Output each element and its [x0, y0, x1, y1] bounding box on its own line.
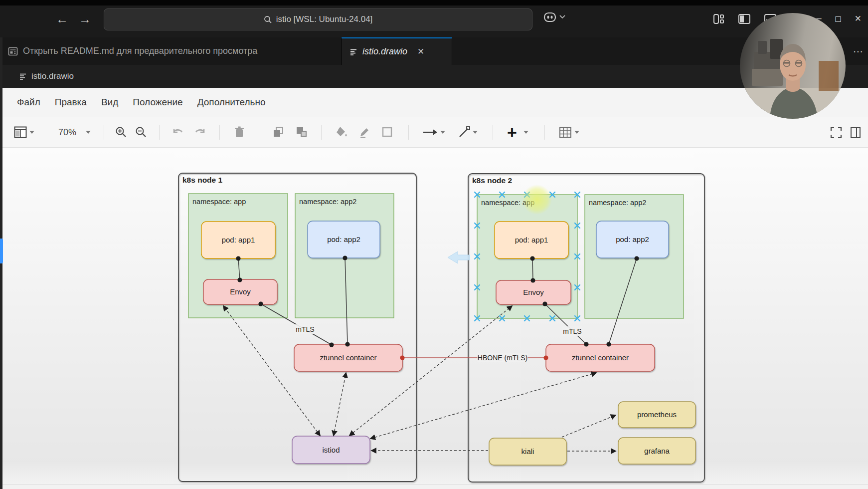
nudge-left-arrow-icon — [448, 251, 470, 263]
undo-icon — [172, 127, 184, 137]
menu-arrange[interactable]: Положение — [133, 97, 182, 108]
search-icon — [264, 15, 272, 24]
grid-icon — [559, 126, 572, 138]
edge-endpoint-dot — [329, 342, 334, 347]
fill-color-icon — [336, 126, 348, 138]
redo-icon — [193, 127, 206, 137]
drawio-canvas[interactable]: k8s node 1k8s node 2namespace: appnamesp… — [0, 148, 868, 489]
customize-layout-icon[interactable] — [713, 14, 724, 24]
caret-down-icon — [86, 131, 91, 134]
format-panel-toggle-icon[interactable] — [850, 127, 861, 139]
close-button[interactable]: ✕ — [848, 13, 868, 24]
view-tool-button[interactable] — [14, 126, 34, 138]
istiod-label: istiod — [322, 446, 340, 454]
to-front-icon — [272, 126, 284, 138]
forward-arrow-icon[interactable]: → — [79, 12, 91, 26]
copilot-menu[interactable] — [543, 11, 565, 23]
kiali-label: kiali — [521, 447, 534, 456]
namespace-app2-node2-label: namespace: app2 — [589, 199, 646, 207]
diagram-svg[interactable]: k8s node 1k8s node 2namespace: appnamesp… — [0, 148, 868, 489]
page-view-icon — [14, 126, 27, 138]
breadcrumb[interactable]: istio.drawio — [0, 65, 868, 88]
caret-down-icon — [523, 131, 528, 134]
active-indicator-bar — [0, 239, 3, 263]
drawio-toolbar: 70% — [2, 117, 868, 148]
presenter-highlight — [522, 185, 552, 215]
insert-button[interactable]: + — [507, 131, 528, 134]
connection-button[interactable] — [423, 129, 445, 136]
edge-endpoint-dot — [343, 255, 347, 260]
chevron-down-icon — [559, 15, 565, 19]
tab-istio-drawio[interactable]: istio.drawio ✕ — [342, 37, 452, 65]
delete-button[interactable] — [234, 126, 245, 138]
ztunnel-node1-label: ztunnel container — [320, 353, 376, 362]
edge-endpoint-dot — [634, 256, 639, 260]
fullscreen-icon[interactable] — [830, 127, 842, 139]
webcam-overlay — [740, 13, 846, 119]
edge-pod1-envoy-n2[interactable] — [532, 258, 533, 280]
command-center-search[interactable]: istio [WSL: Ubuntu-24.04] — [104, 8, 532, 30]
prometheus-label: prometheus — [637, 410, 677, 419]
drawio-menu-bar: Файл Правка Вид Положение Дополнительно — [2, 88, 868, 117]
zoom-in-button[interactable] — [115, 126, 127, 138]
table-button[interactable] — [559, 126, 579, 138]
edge-endpoint-dot — [606, 342, 611, 346]
redo-button[interactable] — [193, 127, 206, 137]
to-back-icon — [295, 126, 307, 138]
to-front-button[interactable] — [272, 126, 284, 138]
edge-endpoint-dot — [530, 256, 534, 260]
menu-file[interactable]: Файл — [17, 97, 40, 108]
namespace-app-node1-label: namespace: app — [192, 198, 246, 206]
editor-actions-more-icon[interactable]: ⋯ — [853, 45, 864, 57]
webcam-video — [740, 13, 846, 119]
edge-endpoint-dot — [530, 278, 535, 282]
pencil-icon — [358, 126, 370, 138]
zoom-in-icon — [115, 126, 127, 138]
tab-readme-preview[interactable]: Открыть README.md для предварительного п… — [0, 37, 342, 65]
zoom-out-button[interactable] — [135, 126, 147, 138]
breadcrumb-file: istio.drawio — [31, 71, 74, 81]
edge-endpoint-dot — [542, 301, 547, 306]
pod-app1-node1-label: pod: app1 — [222, 236, 255, 244]
grafana-label: grafana — [644, 447, 670, 455]
pod-app2-node2-label: pod: app2 — [616, 235, 649, 244]
edge-endpoint-dot — [258, 301, 263, 306]
edge-endpoint-dot — [584, 342, 588, 346]
maximize-button[interactable]: ◻ — [828, 13, 848, 24]
k8s-node-2-label: k8s node 2 — [472, 176, 512, 185]
fill-color-button[interactable] — [336, 126, 348, 138]
namespace-app2-node1-label: namespace: app2 — [299, 198, 356, 206]
copilot-icon — [543, 11, 556, 23]
edit-style-button[interactable] — [358, 126, 370, 138]
search-title: istio [WSL: Ubuntu-24.04] — [276, 14, 373, 24]
back-arrow-icon[interactable]: ← — [56, 12, 68, 26]
undo-button[interactable] — [172, 127, 184, 137]
caret-down-icon — [574, 131, 579, 134]
ztunnel-node2-label: ztunnel container — [572, 353, 629, 362]
menu-edit[interactable]: Правка — [55, 97, 87, 108]
toggle-sidebar-icon[interactable] — [738, 14, 750, 24]
edge-kiali-prometheus[interactable] — [562, 415, 616, 437]
caret-down-icon — [473, 131, 478, 134]
square-outline-icon — [381, 126, 393, 138]
tab-close-icon[interactable]: ✕ — [417, 46, 424, 57]
menu-view[interactable]: Вид — [101, 97, 118, 108]
tab-label: istio.drawio — [362, 46, 407, 57]
edge-endpoint-dot — [345, 342, 349, 346]
title-bar: ← → istio [WSL: Ubuntu-24.04] ─ ◻ ✕ — [0, 0, 868, 37]
zoom-level-button[interactable]: 70% — [58, 127, 91, 138]
caret-down-icon — [440, 131, 445, 134]
drawio-file-icon — [349, 48, 357, 56]
edge-istiod-ztunnel-n1[interactable] — [334, 373, 346, 436]
k8s-node-1-label: k8s node 1 — [182, 176, 222, 184]
to-back-button[interactable] — [295, 126, 307, 138]
edge-label-hbone-link: HBONE (mTLS) — [478, 354, 527, 362]
zoom-level: 70% — [58, 127, 76, 138]
drawio-file-icon — [19, 72, 27, 80]
menu-extras[interactable]: Дополнительно — [197, 97, 266, 108]
waypoint-button[interactable] — [458, 126, 478, 138]
caret-down-icon — [29, 131, 34, 134]
edge-endpoint-dot — [236, 256, 240, 260]
shadow-button[interactable] — [381, 126, 393, 138]
edge-istiod-ztunnel-n2[interactable] — [370, 373, 596, 439]
